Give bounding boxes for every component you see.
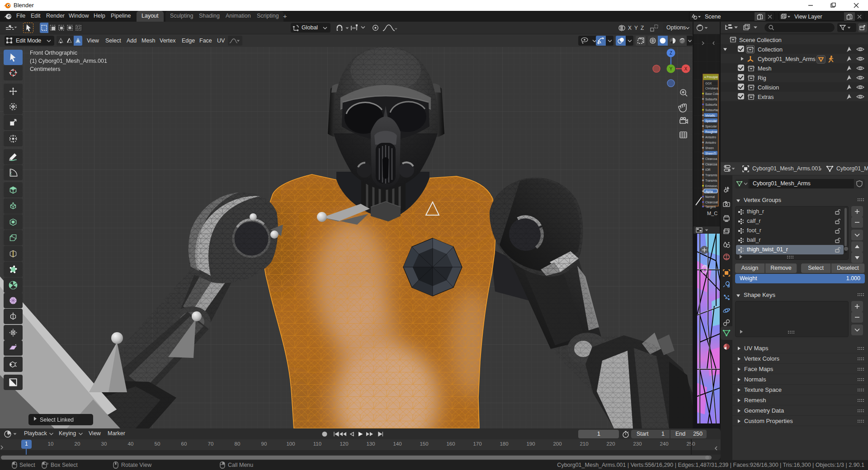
svg-text:Normal: Normal bbox=[705, 195, 715, 198]
svg-text:Anisotro: Anisotro bbox=[705, 136, 716, 139]
svg-text:X: X bbox=[684, 66, 688, 71]
svg-text:Y: Y bbox=[670, 66, 673, 71]
svg-text:Subsurfac: Subsurfac bbox=[705, 108, 719, 112]
svg-text:M_C: M_C bbox=[707, 211, 717, 216]
svg-text:Emission: Emission bbox=[705, 184, 717, 188]
svg-text:▾ Principle: ▾ Principle bbox=[704, 75, 718, 79]
svg-text:Anisotro: Anisotro bbox=[705, 141, 716, 144]
svg-text:Front Orthographic: Front Orthographic bbox=[30, 50, 77, 56]
svg-text:GGX: GGX bbox=[705, 82, 712, 85]
svg-text:Tangent: Tangent bbox=[705, 205, 716, 209]
svg-text:Subsurfa: Subsurfa bbox=[705, 98, 717, 101]
svg-text:Transmis: Transmis bbox=[705, 174, 717, 177]
svg-text:Subsurfa: Subsurfa bbox=[705, 103, 717, 106]
svg-text:Specular: Specular bbox=[705, 125, 717, 128]
svg-text:Clearcoa: Clearcoa bbox=[705, 157, 717, 160]
svg-text:Specular: Specular bbox=[705, 119, 717, 123]
svg-text:(1) Cyborg01_Mesh_Arms.001: (1) Cyborg01_Mesh_Arms.001 bbox=[30, 58, 107, 64]
svg-text:Select Linked: Select Linked bbox=[40, 417, 74, 423]
svg-text:Centimeters: Centimeters bbox=[30, 66, 60, 72]
svg-text:Christians: Christians bbox=[705, 87, 719, 90]
svg-text:Alpha: Alpha bbox=[705, 190, 713, 193]
svg-text:SheenTi: SheenTi bbox=[705, 152, 716, 155]
svg-text:IOR: IOR bbox=[705, 168, 711, 171]
svg-text:Transmis: Transmis bbox=[705, 179, 717, 182]
svg-text:Sheen: Sheen bbox=[705, 146, 714, 150]
svg-text:Metallic: Metallic bbox=[705, 114, 716, 117]
svg-text:Clearcoat: Clearcoat bbox=[705, 201, 718, 204]
svg-text:Roughne: Roughne bbox=[705, 130, 717, 134]
svg-text:Clearcoa: Clearcoa bbox=[705, 163, 717, 166]
svg-text:Z: Z bbox=[670, 51, 672, 56]
svg-text:Base Colo: Base Colo bbox=[705, 92, 719, 95]
